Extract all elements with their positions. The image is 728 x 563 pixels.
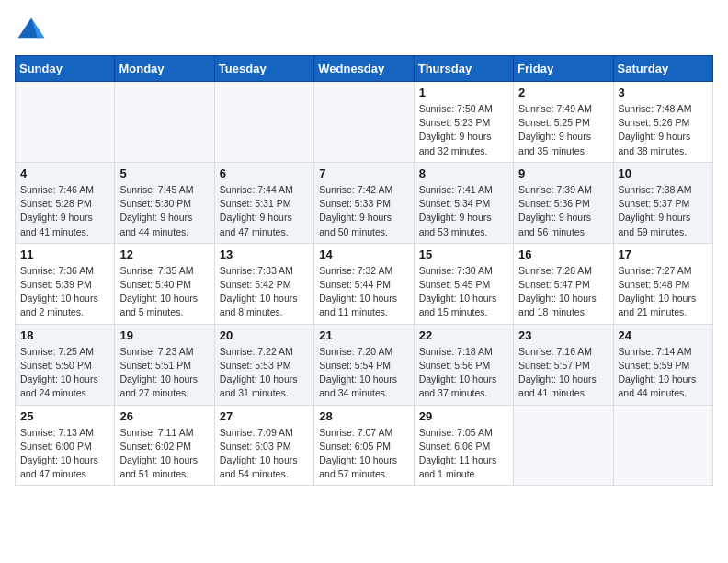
- calendar-cell: [16, 82, 115, 163]
- day-info: Sunrise: 7:27 AM Sunset: 5:48 PM Dayligh…: [619, 264, 708, 320]
- day-info: Sunrise: 7:22 AM Sunset: 5:53 PM Dayligh…: [220, 345, 309, 401]
- header-cell-tuesday: Tuesday: [214, 56, 313, 82]
- calendar-cell: 4Sunrise: 7:46 AM Sunset: 5:28 PM Daylig…: [16, 162, 115, 243]
- calendar-body: 1Sunrise: 7:50 AM Sunset: 5:23 PM Daylig…: [16, 82, 713, 486]
- day-info: Sunrise: 7:35 AM Sunset: 5:40 PM Dayligh…: [119, 264, 209, 320]
- header-cell-wednesday: Wednesday: [314, 56, 414, 82]
- calendar-cell: [314, 82, 414, 163]
- day-number: 11: [20, 247, 109, 261]
- calendar-cell: 28Sunrise: 7:07 AM Sunset: 6:05 PM Dayli…: [314, 405, 414, 486]
- day-info: Sunrise: 7:38 AM Sunset: 5:37 PM Dayligh…: [619, 183, 708, 239]
- calendar-cell: 24Sunrise: 7:14 AM Sunset: 5:59 PM Dayli…: [613, 324, 712, 405]
- day-number: 3: [619, 86, 708, 99]
- header-cell-saturday: Saturday: [613, 56, 712, 82]
- day-number: 13: [220, 247, 309, 261]
- calendar-cell: 22Sunrise: 7:18 AM Sunset: 5:56 PM Dayli…: [414, 324, 513, 405]
- calendar-cell: 13Sunrise: 7:33 AM Sunset: 5:42 PM Dayli…: [214, 243, 313, 324]
- day-info: Sunrise: 7:25 AM Sunset: 5:50 PM Dayligh…: [20, 345, 109, 401]
- calendar-cell: 20Sunrise: 7:22 AM Sunset: 5:53 PM Dayli…: [214, 324, 313, 405]
- day-info: Sunrise: 7:39 AM Sunset: 5:36 PM Dayligh…: [518, 183, 608, 239]
- calendar-cell: 6Sunrise: 7:44 AM Sunset: 5:31 PM Daylig…: [214, 162, 313, 243]
- calendar-cell: 19Sunrise: 7:23 AM Sunset: 5:51 PM Dayli…: [115, 324, 214, 405]
- day-number: 14: [319, 247, 408, 261]
- week-row-5: 25Sunrise: 7:13 AM Sunset: 6:00 PM Dayli…: [16, 405, 713, 486]
- day-info: Sunrise: 7:09 AM Sunset: 6:03 PM Dayligh…: [220, 426, 309, 482]
- day-number: 27: [220, 409, 309, 423]
- header-row: SundayMondayTuesdayWednesdayThursdayFrid…: [16, 56, 713, 82]
- day-number: 22: [419, 328, 508, 342]
- day-info: Sunrise: 7:23 AM Sunset: 5:51 PM Dayligh…: [119, 345, 209, 401]
- calendar-cell: 18Sunrise: 7:25 AM Sunset: 5:50 PM Dayli…: [16, 324, 115, 405]
- day-info: Sunrise: 7:36 AM Sunset: 5:39 PM Dayligh…: [20, 264, 109, 320]
- day-number: 29: [419, 409, 508, 423]
- day-number: 17: [619, 247, 708, 261]
- day-number: 8: [419, 167, 508, 180]
- calendar-cell: 7Sunrise: 7:42 AM Sunset: 5:33 PM Daylig…: [314, 162, 414, 243]
- calendar-cell: 15Sunrise: 7:30 AM Sunset: 5:45 PM Dayli…: [414, 243, 513, 324]
- calendar-cell: 25Sunrise: 7:13 AM Sunset: 6:00 PM Dayli…: [16, 405, 115, 486]
- header: [15, 15, 713, 48]
- day-info: Sunrise: 7:33 AM Sunset: 5:42 PM Dayligh…: [220, 264, 309, 320]
- calendar-cell: [214, 82, 313, 163]
- day-info: Sunrise: 7:45 AM Sunset: 5:30 PM Dayligh…: [119, 183, 209, 239]
- day-number: 5: [119, 167, 209, 180]
- calendar-cell: 17Sunrise: 7:27 AM Sunset: 5:48 PM Dayli…: [613, 243, 712, 324]
- calendar-cell: 1Sunrise: 7:50 AM Sunset: 5:23 PM Daylig…: [414, 82, 513, 163]
- day-number: 19: [119, 328, 209, 342]
- day-info: Sunrise: 7:18 AM Sunset: 5:56 PM Dayligh…: [419, 345, 508, 401]
- day-info: Sunrise: 7:32 AM Sunset: 5:44 PM Dayligh…: [319, 264, 408, 320]
- header-cell-monday: Monday: [115, 56, 214, 82]
- calendar-cell: 14Sunrise: 7:32 AM Sunset: 5:44 PM Dayli…: [314, 243, 414, 324]
- day-number: 4: [20, 167, 109, 180]
- day-info: Sunrise: 7:14 AM Sunset: 5:59 PM Dayligh…: [619, 345, 708, 401]
- day-info: Sunrise: 7:30 AM Sunset: 5:45 PM Dayligh…: [419, 264, 508, 320]
- day-number: 15: [419, 247, 508, 261]
- logo-icon: [15, 15, 48, 48]
- calendar-cell: 5Sunrise: 7:45 AM Sunset: 5:30 PM Daylig…: [115, 162, 214, 243]
- day-number: 2: [518, 86, 608, 99]
- day-number: 23: [518, 328, 608, 342]
- week-row-4: 18Sunrise: 7:25 AM Sunset: 5:50 PM Dayli…: [16, 324, 713, 405]
- calendar-cell: [115, 82, 214, 163]
- day-number: 28: [319, 409, 408, 423]
- calendar-table: SundayMondayTuesdayWednesdayThursdayFrid…: [15, 55, 713, 486]
- day-number: 1: [419, 86, 508, 99]
- day-info: Sunrise: 7:20 AM Sunset: 5:54 PM Dayligh…: [319, 345, 408, 401]
- calendar-cell: 8Sunrise: 7:41 AM Sunset: 5:34 PM Daylig…: [414, 162, 513, 243]
- calendar-cell: 21Sunrise: 7:20 AM Sunset: 5:54 PM Dayli…: [314, 324, 414, 405]
- day-number: 26: [119, 409, 209, 423]
- day-number: 9: [518, 167, 608, 180]
- day-info: Sunrise: 7:28 AM Sunset: 5:47 PM Dayligh…: [518, 264, 608, 320]
- calendar-cell: 27Sunrise: 7:09 AM Sunset: 6:03 PM Dayli…: [214, 405, 313, 486]
- header-cell-friday: Friday: [514, 56, 613, 82]
- header-cell-sunday: Sunday: [16, 56, 115, 82]
- calendar-cell: 16Sunrise: 7:28 AM Sunset: 5:47 PM Dayli…: [514, 243, 613, 324]
- day-info: Sunrise: 7:13 AM Sunset: 6:00 PM Dayligh…: [20, 426, 109, 482]
- calendar-cell: [613, 405, 712, 486]
- day-info: Sunrise: 7:11 AM Sunset: 6:02 PM Dayligh…: [119, 426, 209, 482]
- day-info: Sunrise: 7:50 AM Sunset: 5:23 PM Dayligh…: [419, 102, 508, 158]
- week-row-2: 4Sunrise: 7:46 AM Sunset: 5:28 PM Daylig…: [16, 162, 713, 243]
- week-row-1: 1Sunrise: 7:50 AM Sunset: 5:23 PM Daylig…: [16, 82, 713, 163]
- calendar-cell: 12Sunrise: 7:35 AM Sunset: 5:40 PM Dayli…: [115, 243, 214, 324]
- day-info: Sunrise: 7:48 AM Sunset: 5:26 PM Dayligh…: [619, 102, 708, 158]
- day-info: Sunrise: 7:44 AM Sunset: 5:31 PM Dayligh…: [220, 183, 309, 239]
- day-number: 21: [319, 328, 408, 342]
- calendar-cell: 2Sunrise: 7:49 AM Sunset: 5:25 PM Daylig…: [514, 82, 613, 163]
- day-number: 6: [220, 167, 309, 180]
- calendar-cell: 10Sunrise: 7:38 AM Sunset: 5:37 PM Dayli…: [613, 162, 712, 243]
- day-number: 24: [619, 328, 708, 342]
- calendar-cell: [514, 405, 613, 486]
- day-info: Sunrise: 7:46 AM Sunset: 5:28 PM Dayligh…: [20, 183, 109, 239]
- day-info: Sunrise: 7:41 AM Sunset: 5:34 PM Dayligh…: [419, 183, 508, 239]
- calendar-cell: 9Sunrise: 7:39 AM Sunset: 5:36 PM Daylig…: [514, 162, 613, 243]
- calendar-cell: 3Sunrise: 7:48 AM Sunset: 5:26 PM Daylig…: [613, 82, 712, 163]
- day-number: 7: [319, 167, 408, 180]
- week-row-3: 11Sunrise: 7:36 AM Sunset: 5:39 PM Dayli…: [16, 243, 713, 324]
- day-info: Sunrise: 7:42 AM Sunset: 5:33 PM Dayligh…: [319, 183, 408, 239]
- calendar-cell: 26Sunrise: 7:11 AM Sunset: 6:02 PM Dayli…: [115, 405, 214, 486]
- calendar-header: SundayMondayTuesdayWednesdayThursdayFrid…: [16, 56, 713, 82]
- day-info: Sunrise: 7:05 AM Sunset: 6:06 PM Dayligh…: [419, 426, 508, 482]
- day-number: 18: [20, 328, 109, 342]
- day-number: 25: [20, 409, 109, 423]
